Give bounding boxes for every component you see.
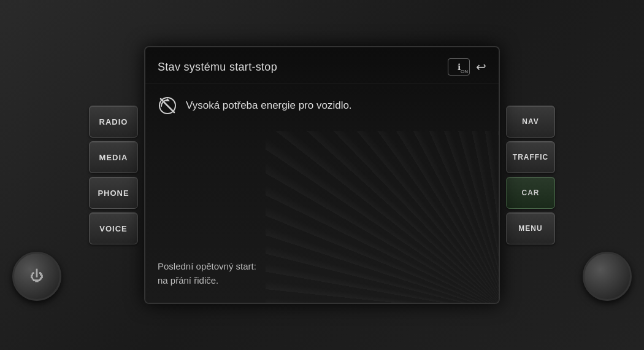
header-icons: ON ↩ xyxy=(448,58,486,76)
info-icon-sub: ON xyxy=(461,69,468,74)
voice-button[interactable]: VOICE xyxy=(89,212,138,244)
car-button[interactable]: CAR xyxy=(506,177,555,209)
warning-row: Vysoká potřeba energie pro vozidlo. xyxy=(158,96,486,115)
phone-button[interactable]: PHONE xyxy=(89,177,138,209)
left-button-panel: RADIO MEDIA PHONE VOICE xyxy=(89,93,138,257)
radio-button[interactable]: RADIO xyxy=(89,106,138,138)
menu-button[interactable]: MENU xyxy=(506,212,555,244)
center-block: Stav systému start-stop ON ↩ xyxy=(144,46,500,304)
screen-title: Stav systému start-stop xyxy=(158,61,277,74)
media-button[interactable]: MEDIA xyxy=(89,141,138,173)
warning-message: Vysoká potřeba energie pro vozidlo. xyxy=(186,99,352,112)
control-knob[interactable] xyxy=(583,252,632,301)
main-screen: Stav systému start-stop ON ↩ xyxy=(144,46,500,304)
screen-body: Vysoká potřeba energie pro vozidlo. xyxy=(145,84,499,140)
nav-button[interactable]: NAV xyxy=(506,106,555,138)
screen-content: Stav systému start-stop ON ↩ xyxy=(145,47,499,303)
back-button[interactable]: ↩ xyxy=(476,60,486,74)
screen-footer: Poslední opětovný start: na přání řidiče… xyxy=(158,260,486,287)
info-icon[interactable]: ON xyxy=(448,58,470,76)
footer-line2: na přání řidiče. xyxy=(158,274,486,288)
traffic-button[interactable]: TRAFFIC xyxy=(506,141,555,173)
right-button-panel: NAV TRAFFIC CAR MENU xyxy=(506,93,555,257)
screen-header: Stav systému start-stop ON ↩ xyxy=(145,47,499,84)
car-infotainment-unit: RADIO MEDIA PHONE VOICE Stav systému sta… xyxy=(0,0,644,350)
start-stop-disabled-icon xyxy=(158,96,177,115)
power-knob[interactable] xyxy=(12,252,61,301)
footer-line1: Poslední opětovný start: xyxy=(158,260,486,274)
